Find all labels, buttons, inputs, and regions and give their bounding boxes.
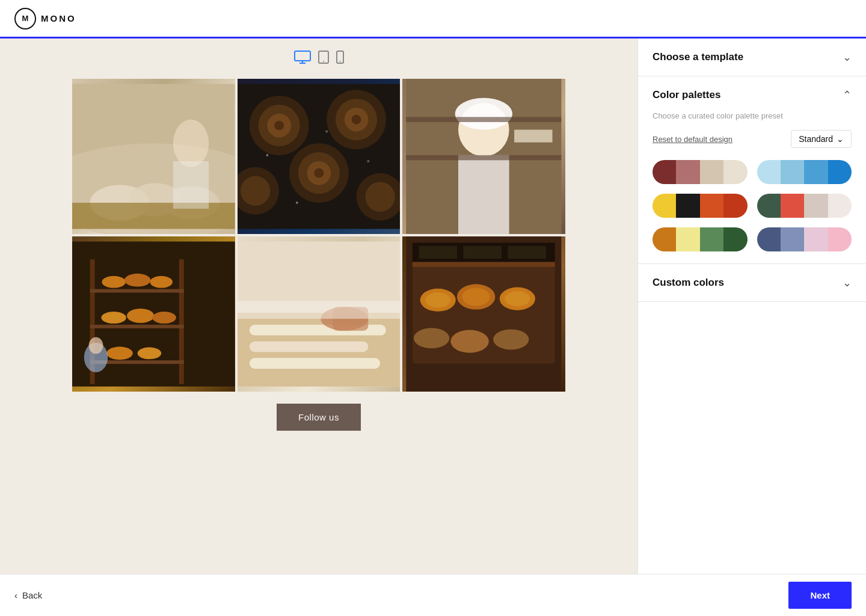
follow-us-button[interactable]: Follow us xyxy=(277,404,361,431)
svg-point-57 xyxy=(138,347,162,359)
svg-point-6 xyxy=(339,61,340,62)
photo-grid xyxy=(72,79,565,392)
svg-point-77 xyxy=(414,328,449,348)
palette-swatch-6-2 xyxy=(781,227,804,251)
palette-swatch-6-4 xyxy=(828,227,852,251)
choose-template-title: Choose a template xyxy=(653,51,743,63)
svg-point-74 xyxy=(462,288,491,306)
palette-swatch-4-3 xyxy=(804,194,828,218)
choose-template-chevron-down-icon: ⌄ xyxy=(843,51,852,64)
next-button[interactable]: Next xyxy=(788,582,852,609)
tablet-icon[interactable] xyxy=(318,51,329,67)
photo-cell-5 xyxy=(238,236,401,392)
footer-bar: ‹ Back Next xyxy=(0,574,866,616)
palette-swatch-2-3 xyxy=(804,160,828,184)
photo-cell-1 xyxy=(72,79,235,234)
svg-rect-42 xyxy=(407,155,562,160)
svg-point-54 xyxy=(127,309,154,323)
device-icons-row xyxy=(294,51,344,67)
svg-rect-63 xyxy=(249,341,368,352)
svg-rect-0 xyxy=(295,51,310,61)
svg-point-19 xyxy=(274,121,284,131)
palette-item-2[interactable] xyxy=(757,160,852,184)
mobile-icon[interactable] xyxy=(336,51,344,67)
svg-point-78 xyxy=(451,330,489,353)
svg-point-53 xyxy=(101,312,126,324)
svg-rect-70 xyxy=(413,262,555,266)
svg-point-79 xyxy=(494,329,529,350)
svg-rect-40 xyxy=(458,155,509,234)
palettes-grid xyxy=(653,160,852,251)
logo-area: M MONO xyxy=(14,8,76,29)
svg-rect-82 xyxy=(464,246,502,259)
photo-cell-6 xyxy=(402,236,565,392)
preview-area: Follow us xyxy=(0,38,637,574)
logo-text: MONO xyxy=(41,13,76,23)
back-button[interactable]: ‹ Back xyxy=(14,590,42,600)
svg-rect-48 xyxy=(90,325,184,328)
palette-swatch-2-4 xyxy=(828,160,852,184)
svg-point-34 xyxy=(295,202,298,204)
svg-point-32 xyxy=(266,154,268,156)
svg-rect-43 xyxy=(514,130,552,143)
back-chevron-icon: ‹ xyxy=(14,590,17,600)
palette-swatch-3-4 xyxy=(723,194,747,218)
palette-swatch-4-4 xyxy=(828,194,852,218)
palette-swatch-1-3 xyxy=(700,160,723,184)
header: M MONO xyxy=(0,0,866,38)
svg-point-29 xyxy=(241,176,270,206)
svg-rect-46 xyxy=(179,259,184,384)
desktop-icon[interactable] xyxy=(294,51,311,67)
svg-rect-14 xyxy=(173,161,209,209)
palette-swatch-5-4 xyxy=(723,227,747,251)
palette-swatch-4-2 xyxy=(781,194,804,218)
photo-cell-3 xyxy=(402,79,565,234)
svg-point-39 xyxy=(455,98,512,130)
palette-swatch-6-3 xyxy=(804,227,828,251)
svg-rect-47 xyxy=(90,289,184,293)
back-button-label: Back xyxy=(22,590,42,600)
palette-item-6[interactable] xyxy=(757,227,852,251)
palette-item-4[interactable] xyxy=(757,194,852,218)
color-palettes-header[interactable]: Color palettes ⌃ xyxy=(653,88,852,102)
custom-colors-section: Custom colors ⌄ xyxy=(638,264,866,302)
palette-subtitle: Choose a curated color palette preset xyxy=(653,111,852,120)
palette-swatch-1-2 xyxy=(676,160,699,184)
choose-template-header[interactable]: Choose a template ⌄ xyxy=(653,51,852,64)
custom-colors-title: Custom colors xyxy=(653,277,724,289)
palette-swatch-1-4 xyxy=(723,160,747,184)
svg-point-59 xyxy=(89,337,103,354)
main-layout: Follow us Choose a template ⌄ Color pale… xyxy=(0,38,866,574)
palette-swatch-2-2 xyxy=(781,160,804,184)
custom-colors-chevron-down-icon: ⌄ xyxy=(843,276,852,289)
right-panel: Choose a template ⌄ Color palettes ⌃ Cho… xyxy=(637,38,866,574)
palette-swatch-2-1 xyxy=(757,160,781,184)
color-palettes-section: Color palettes ⌃ Choose a curated color … xyxy=(638,76,866,264)
palette-item-3[interactable] xyxy=(653,194,748,218)
palette-controls: Reset to default design Standard ⌄ xyxy=(653,130,852,148)
svg-point-27 xyxy=(314,168,324,178)
palette-swatch-3-1 xyxy=(653,194,676,218)
standard-dropdown-label: Standard xyxy=(799,134,833,144)
svg-point-72 xyxy=(425,292,450,307)
svg-point-33 xyxy=(325,131,328,133)
logo-icon: M xyxy=(14,8,36,29)
color-palettes-title: Color palettes xyxy=(653,89,720,101)
palette-item-5[interactable] xyxy=(653,227,748,251)
follow-button-area: Follow us xyxy=(277,404,361,431)
standard-dropdown[interactable]: Standard ⌄ xyxy=(791,130,852,148)
svg-point-4 xyxy=(323,61,324,62)
palette-swatch-3-2 xyxy=(676,194,699,218)
palette-item-1[interactable] xyxy=(653,160,748,184)
svg-point-23 xyxy=(351,115,361,125)
svg-rect-41 xyxy=(407,117,562,122)
svg-point-13 xyxy=(173,120,209,167)
svg-point-52 xyxy=(150,276,173,288)
svg-point-31 xyxy=(365,182,395,211)
custom-colors-header[interactable]: Custom colors ⌄ xyxy=(653,276,852,289)
palette-swatch-3-3 xyxy=(700,194,723,218)
reset-to-default-link[interactable]: Reset to default design xyxy=(653,135,732,144)
photo-cell-4 xyxy=(72,236,235,392)
palette-swatch-5-1 xyxy=(653,227,676,251)
svg-rect-81 xyxy=(419,246,457,259)
